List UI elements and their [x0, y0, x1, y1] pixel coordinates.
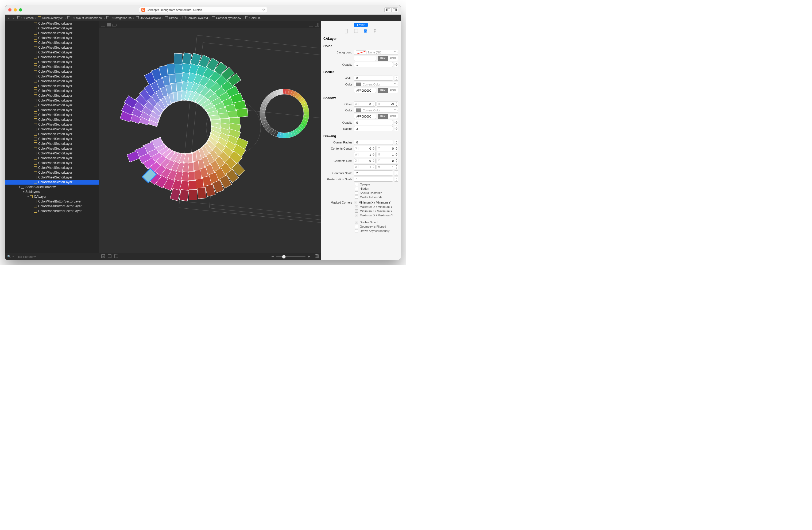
shadow-offset-h-input[interactable]: H▲▼: [377, 102, 398, 107]
tree-row[interactable]: ColorWheelSectorLayer: [5, 136, 99, 141]
zoom-slider[interactable]: [276, 256, 305, 257]
tab-file-icon[interactable]: [345, 29, 348, 34]
nav-forward-button[interactable]: ›: [11, 16, 16, 19]
shadow-radius-stepper[interactable]: ▲▼: [394, 126, 398, 131]
border-color-dropdown[interactable]: Current Color ⌃⌄: [354, 82, 398, 87]
minimize-window-button[interactable]: [14, 8, 17, 12]
breadcrumb-item[interactable]: UINavigationTra: [105, 16, 133, 19]
tree-row[interactable]: ColorWheelSectorLayer: [5, 113, 99, 117]
inspector-pill[interactable]: Layer: [354, 23, 368, 27]
tree-row[interactable]: ColorWheelSectorLayer: [5, 84, 99, 88]
disclosure-icon[interactable]: ▼: [27, 195, 30, 198]
maxx-maxy-checkbox[interactable]: [355, 214, 358, 217]
seg-hex-button[interactable]: HEX: [378, 56, 388, 61]
seg-rgb-button[interactable]: RGB: [388, 88, 398, 93]
foot-b-icon[interactable]: [108, 254, 112, 259]
shadow-hex-input[interactable]: [354, 114, 376, 119]
tree-row[interactable]: ColorWheelSectorLayer: [5, 88, 99, 93]
tree-row[interactable]: ColorWheelButtonSectorLayer: [5, 209, 99, 214]
shadow-radius-input[interactable]: [354, 126, 393, 131]
tab-sliders-icon[interactable]: [364, 29, 367, 34]
tree-row[interactable]: ColorWheelSectorLayer: [5, 156, 99, 161]
breadcrumb-item[interactable]: TouchOverlayWi: [37, 16, 65, 19]
cr-w-input[interactable]: W ▲▼: [354, 164, 376, 170]
contents-scale-stepper[interactable]: ▲▼: [394, 171, 398, 176]
tree-row[interactable]: ColorWheelSectorLayer: [5, 55, 99, 60]
breadcrumb-item[interactable]: UILayoutContainerView: [66, 16, 104, 19]
zoom-in-button[interactable]: +: [308, 254, 310, 259]
cc-w-input[interactable]: W ▲▼: [354, 152, 376, 157]
tree-row[interactable]: ColorWheelSectorLayer: [5, 93, 99, 98]
seg-rgb-button[interactable]: RGB: [388, 114, 398, 119]
border-width-input[interactable]: [354, 76, 393, 81]
tree-row[interactable]: ColorWheelButtonSectorLayer: [5, 199, 99, 204]
view-right-a-button[interactable]: [309, 23, 313, 27]
tree-row[interactable]: ▼CALayer: [5, 194, 99, 199]
foot-right-icon[interactable]: [315, 254, 319, 259]
hierarchy-tree[interactable]: ColorWheelSectorLayerColorWheelSectorLay…: [5, 21, 99, 253]
tree-row[interactable]: ColorWheelSectorLayer: [5, 108, 99, 113]
tab-grid-icon[interactable]: [354, 29, 358, 34]
tree-row[interactable]: ColorWheelSectorLayer: [5, 74, 99, 79]
nav-back-button[interactable]: ‹: [6, 16, 11, 19]
tree-row[interactable]: ColorWheelSectorLayer: [5, 161, 99, 165]
border-width-stepper[interactable]: ▲▼: [394, 76, 398, 81]
tree-row[interactable]: ColorWheelSectorLayer: [5, 40, 99, 45]
tab-flag-icon[interactable]: [373, 29, 377, 34]
title-address-field[interactable]: G Concepts Debug from Architectural Sket…: [139, 7, 267, 13]
breadcrumb-item[interactable]: UIViewControlle: [134, 16, 162, 19]
tree-row[interactable]: ColorWheelButtonSectorLayer: [5, 204, 99, 209]
tree-row[interactable]: ColorWheelSectorLayer: [5, 21, 99, 26]
cr-y-input[interactable]: Y ▲▼: [377, 158, 398, 163]
breadcrumb-item[interactable]: CanvasLayoutVi: [181, 16, 209, 19]
background-color-dropdown[interactable]: None (Nil) ⌃⌄: [354, 50, 398, 55]
opaque-checkbox[interactable]: [355, 183, 358, 186]
zoom-window-button[interactable]: [19, 8, 22, 12]
geometry-flipped-checkbox[interactable]: [355, 225, 358, 228]
tree-row[interactable]: ColorWheelSectorLayer: [5, 103, 99, 108]
zoom-slider-knob[interactable]: [282, 255, 286, 259]
hidden-checkbox[interactable]: [355, 187, 358, 190]
shadow-offset-w-input[interactable]: W▲▼: [354, 102, 376, 107]
seg-rgb-button[interactable]: RGB: [388, 56, 398, 61]
breadcrumb-item[interactable]: CanvasLayoutView: [211, 16, 243, 19]
view-right-b-button[interactable]: [315, 23, 319, 27]
layout-left-button[interactable]: [385, 8, 391, 12]
tree-row[interactable]: ColorWheelSectorLayer: [5, 127, 99, 132]
filter-dropdown-icon[interactable]: ▾: [13, 255, 14, 258]
breadcrumb-item[interactable]: UIView: [163, 16, 180, 19]
shadow-opacity-input[interactable]: [354, 120, 393, 125]
maxx-miny-checkbox[interactable]: [355, 205, 358, 208]
rasterization-scale-stepper[interactable]: ▲▼: [394, 177, 398, 182]
tree-row[interactable]: ColorWheelSectorLayer: [5, 141, 99, 146]
disclosure-icon[interactable]: ▼: [22, 190, 25, 193]
canvas[interactable]: [99, 28, 321, 253]
reload-icon[interactable]: ⟳: [262, 8, 265, 12]
filter-input[interactable]: [15, 255, 97, 259]
tree-row[interactable]: ColorWheelSectorLayer: [5, 79, 99, 84]
rasterization-scale-input[interactable]: [354, 177, 393, 182]
should-rasterize-checkbox[interactable]: [355, 191, 358, 194]
background-hex-input[interactable]: [354, 56, 376, 61]
minx-miny-checkbox[interactable]: [354, 201, 357, 204]
tree-row[interactable]: ColorWheelSectorLayer: [5, 98, 99, 103]
foot-a-icon[interactable]: +: [101, 254, 105, 259]
tree-row[interactable]: ▼Sublayers: [5, 189, 99, 194]
seg-hex-button[interactable]: HEX: [378, 114, 388, 119]
view-wireframe-button[interactable]: [101, 23, 105, 27]
border-hex-input[interactable]: [354, 88, 376, 93]
corner-radius-input[interactable]: [354, 140, 393, 145]
foot-c-icon[interactable]: [114, 254, 118, 259]
cr-x-input[interactable]: X ▲▼: [354, 158, 376, 163]
tree-row[interactable]: ColorWheelSectorLayer: [5, 31, 99, 35]
contents-scale-input[interactable]: [354, 171, 393, 176]
tree-row[interactable]: ColorWheelSectorLayer: [5, 64, 99, 69]
opacity-input[interactable]: [354, 62, 393, 67]
seg-hex-button[interactable]: HEX: [378, 88, 388, 93]
tree-row[interactable]: ColorWheelSectorLayer: [5, 146, 99, 151]
tree-row[interactable]: ColorWheelSectorLayer: [5, 132, 99, 136]
shadow-color-dropdown[interactable]: Current Color ⌃⌄: [354, 108, 398, 113]
opacity-stepper[interactable]: ▲▼: [394, 62, 398, 67]
close-window-button[interactable]: [8, 8, 12, 12]
breadcrumb-item[interactable]: UIScreen: [16, 16, 35, 19]
